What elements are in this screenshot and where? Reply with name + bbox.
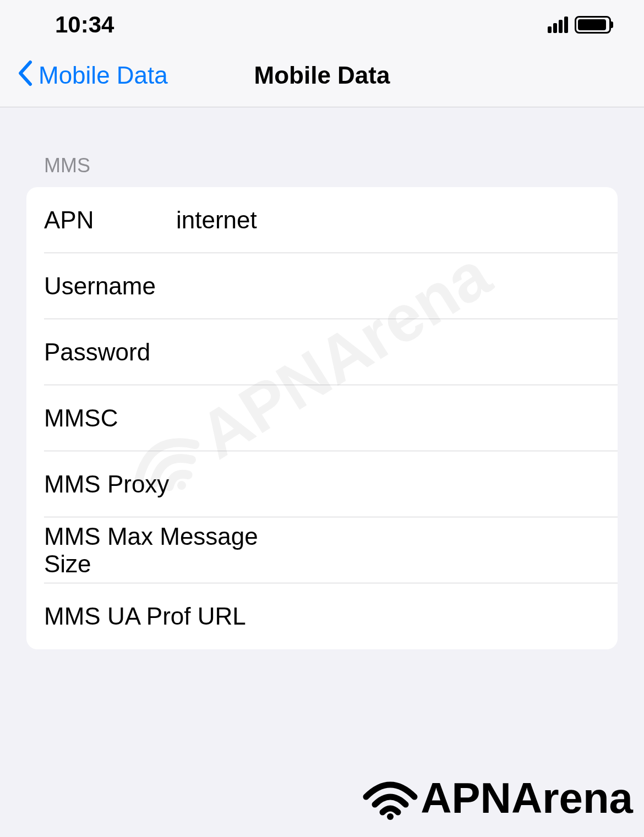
mms-proxy-label: MMS Proxy (44, 471, 304, 498)
password-field[interactable] (176, 338, 618, 366)
mmsc-row[interactable]: MMSC (26, 385, 618, 451)
cellular-signal-icon (548, 17, 568, 33)
mms-max-size-row[interactable]: MMS Max Message Size (26, 517, 618, 583)
section-header-mms: MMS (44, 154, 618, 177)
mms-max-size-label: MMS Max Message Size (44, 523, 304, 578)
mms-max-size-field[interactable] (304, 537, 618, 564)
svg-point-1 (387, 813, 394, 820)
mms-ua-prof-label: MMS UA Prof URL (44, 603, 304, 630)
status-time: 10:34 (55, 12, 114, 38)
chevron-left-icon (17, 59, 33, 92)
mms-ua-prof-row[interactable]: MMS UA Prof URL (26, 583, 618, 649)
password-label: Password (44, 338, 176, 366)
username-field[interactable] (176, 272, 618, 300)
apn-label: APN (44, 206, 176, 234)
mms-proxy-field[interactable] (304, 471, 618, 498)
status-icons (548, 16, 611, 34)
footer-text: APNArena (421, 773, 633, 823)
mms-proxy-row[interactable]: MMS Proxy (26, 451, 618, 517)
username-label: Username (44, 272, 176, 300)
mmsc-label: MMSC (44, 404, 176, 432)
battery-icon (575, 16, 611, 34)
apn-row[interactable]: APN (26, 187, 618, 253)
content: MMS APN Username Password MMSC MMS Proxy (0, 107, 644, 649)
password-row[interactable]: Password (26, 319, 618, 385)
status-bar: 10:34 (0, 0, 644, 50)
page-title: Mobile Data (254, 62, 390, 89)
wifi-icon (363, 777, 418, 820)
settings-group: APN Username Password MMSC MMS Proxy MMS… (26, 187, 618, 649)
username-row[interactable]: Username (26, 253, 618, 319)
mms-ua-prof-field[interactable] (304, 603, 618, 630)
mmsc-field[interactable] (176, 404, 618, 432)
back-button[interactable]: Mobile Data (17, 59, 168, 92)
back-label: Mobile Data (39, 62, 168, 89)
footer-logo: APNArena (363, 773, 633, 823)
navigation-bar: Mobile Data Mobile Data (0, 50, 644, 107)
apn-field[interactable] (176, 206, 618, 234)
